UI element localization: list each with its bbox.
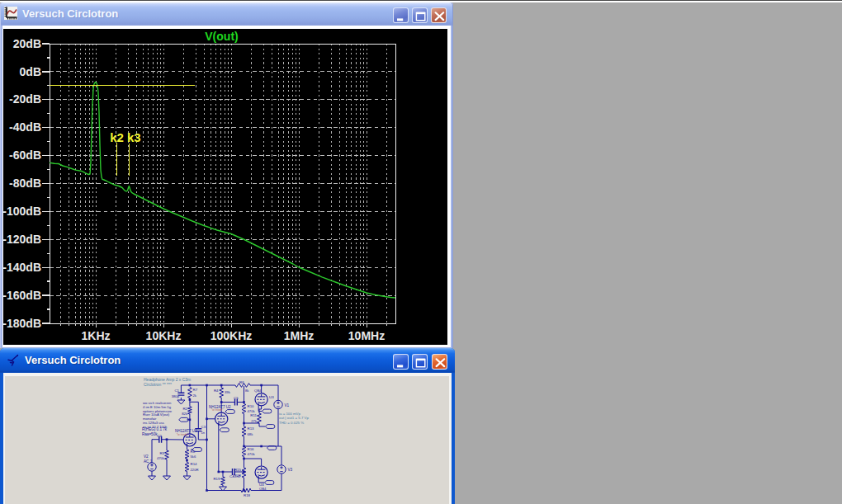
svg-text:R16: R16 [248,447,255,451]
svg-text:C3: C3 [201,425,206,429]
svg-text:220R: 220R [191,468,199,472]
svg-text:R10: R10 [248,404,255,408]
svg-text:U3: U3 [269,395,274,399]
svg-text:THD = 0.025 %: THD = 0.025 % [279,421,304,425]
svg-text:R14: R14 [191,462,198,466]
svg-text:R4: R4 [214,389,219,393]
svg-text:*w triode*: *w triode* [211,408,224,412]
svg-text:out | out1 = 5.7 Vp: out | out1 = 5.7 Vp [279,416,309,420]
svg-text:R11: R11 [250,413,257,417]
svg-text:68k: 68k [248,432,254,436]
svg-text:V3: V3 [288,468,293,472]
svg-text:R19: R19 [213,477,220,481]
svg-text:R3: R3 [159,451,164,455]
svg-text:R6: R6 [239,380,244,384]
svg-text:470k: 470k [157,456,165,460]
svg-text:R2: R2 [182,407,187,411]
svg-text:ia = 100 mVp: ia = 100 mVp [279,412,301,416]
svg-text:Raa=50k: Raa=50k [142,432,158,436]
svg-text:C1: C1 [174,389,179,393]
svg-text:R7: R7 [193,388,198,392]
svg-text:470k: 470k [248,452,256,456]
svg-text:V2: V2 [144,455,149,459]
svg-text:2n2: 2n2 [234,474,241,478]
svg-text:1n: 1n [201,431,206,435]
svg-text:Circlotron ** ***: Circlotron ** *** [144,382,172,387]
svg-text:R13: R13 [248,426,255,431]
svg-text:C5: C5 [234,396,239,400]
svg-text:82k: 82k [182,412,188,416]
svg-text:V1: V1 [285,403,290,407]
svg-text:R15: R15 [234,468,242,472]
svg-text:C2: C2 [157,434,162,438]
svg-text:R18: R18 [244,493,251,497]
svg-text:5k6: 5k6 [191,455,196,459]
svg-text:380p: 380p [172,394,180,398]
svg-text:*w triode*: *w triode* [177,433,189,436]
svg-text:39k: 39k [225,390,231,394]
svg-text:R(HEG) 0.1 7k: R(HEG) 0.1 7k [142,427,168,431]
svg-text:27k: 27k [251,419,258,423]
svg-text:QB4: QB4 [254,389,262,393]
svg-text:QB4: QB4 [259,487,267,491]
